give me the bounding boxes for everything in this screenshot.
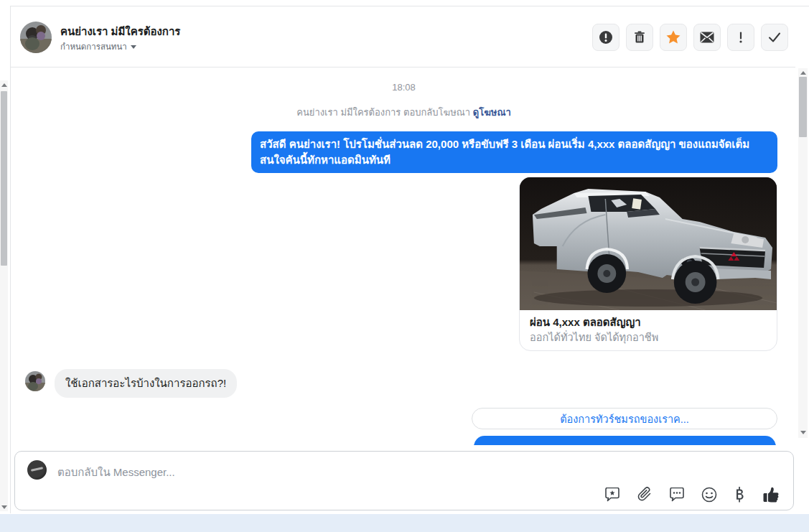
vehicle-listing-card[interactable]: ผ่อน 4,xxx ตลอดสัญญา ออกได้ทั่วไทย จัดได… [519,177,777,351]
timestamp: 18:08 [11,82,797,93]
conversation-title: คนย่างเรา ม่มีใครต้องการ [60,23,180,40]
thumbs-up-icon[interactable] [762,485,780,504]
sticker-icon[interactable] [604,487,620,503]
baht-payment-icon[interactable] [734,486,745,503]
reply-composer[interactable]: ตอบกลับใน Messenger... [14,451,794,510]
report-button[interactable] [592,24,619,51]
reply-input[interactable]: ตอบกลับใน Messenger... [57,464,175,481]
avatar[interactable] [20,22,52,53]
avatar-photo [20,22,52,53]
schedule-conversation-dropdown[interactable]: กำหนดการสนทนา [60,40,136,53]
mark-important-icon [734,30,748,45]
mark-done-button[interactable] [761,24,788,51]
outgoing-ad-message-bubble: สวัสดี คนย่างเรา! โปรโมชั่นส่วนลด 20,000… [251,131,777,173]
paperclip-icon[interactable] [637,487,653,503]
quick-reply-button[interactable]: ต้องการทัวร์ชมรถของเราค... [472,408,777,429]
mark-unread-envelope-icon [700,32,714,43]
incoming-message-row: ใช้เอกสารอะไรบ้างในการออกรถ?! [25,369,237,398]
card-subtitle: ออกได้ทั่วไทย จัดได้ทุกอาชีพ [530,330,767,345]
scroll-up-arrow-icon[interactable] [0,80,8,89]
mark-unread-button[interactable] [693,24,721,51]
avatar [25,371,45,391]
left-scrollbar-thumb[interactable] [1,91,7,266]
chevron-down-icon [131,45,136,49]
scroll-up-arrow-icon[interactable] [798,68,808,77]
bottom-banner-strip [0,514,809,532]
incoming-message-bubble: ใช้เอกสารอะไรบ้างในการออกรถ?! [55,369,237,398]
conversation-header: คนย่างเรา ม่มีใครต้องการ กำหนดการสนทนา [11,6,809,67]
ad-attribution: คนย่างเรา ม่มีใครต้องการ ตอบกลับโฆษณา ดู… [11,105,797,120]
delete-button[interactable] [626,24,653,51]
card-caption: ผ่อน 4,xxx ตลอดสัญญา ออกได้ทั่วไทย จัดได… [520,310,777,345]
page-logo-avatar [27,460,47,480]
scroll-down-arrow-icon[interactable] [0,503,8,511]
card-title: ผ่อน 4,xxx ตลอดสัญญา [530,314,767,330]
saved-replies-icon[interactable] [669,487,685,503]
star-button[interactable] [660,24,687,51]
header-action-bar [592,24,788,51]
messenger-inbox-window: คนย่างเรา ม่มีใครต้องการ กำหนดการสนทนา [0,0,809,532]
star-icon [665,29,681,45]
message-thread[interactable]: 18:08 คนย่างเรา ม่มีใครต้องการ ตอบกลับโฆ… [11,67,797,445]
report-circle-icon [599,30,613,45]
trash-icon [632,30,647,45]
chat-scrollbar-thumb[interactable] [799,77,807,137]
mark-done-check-icon [767,30,782,45]
composer-toolbar [604,485,780,504]
view-ad-link[interactable]: ดูโฆษณา [473,107,511,118]
scroll-down-arrow-icon[interactable] [798,428,808,437]
mark-important-button[interactable] [727,24,754,51]
left-scrollbar[interactable] [0,80,8,511]
emoji-icon[interactable] [701,487,717,503]
pickup-truck-photo [520,177,777,310]
outgoing-message-bubble-partial [474,436,776,445]
chat-scrollbar[interactable] [798,68,808,438]
